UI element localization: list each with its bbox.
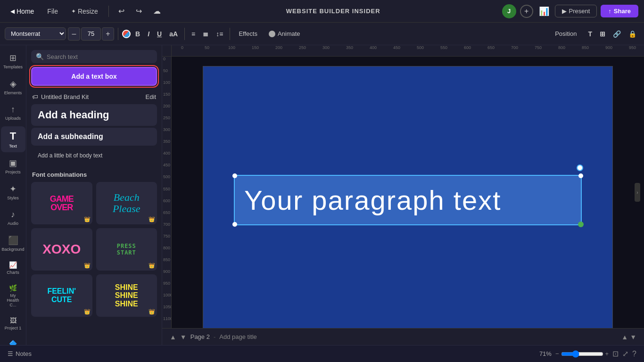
collapse-handle[interactable]: › (635, 183, 640, 202)
ruler-mark: 250 (299, 45, 322, 56)
brand-kit-header: 🏷 Untitled Brand Kit Edit (26, 90, 162, 103)
add-page-title[interactable]: Add page title (219, 333, 257, 340)
text-box-selected[interactable]: Your paragraph text (234, 175, 582, 225)
link-icon-button[interactable]: 🔗 (610, 28, 624, 40)
page-separator: - (214, 333, 215, 340)
sidebar-label-templates: Templates (3, 65, 23, 69)
help-button[interactable]: ? (632, 350, 636, 358)
sidebar-label-audio: Audio (8, 221, 18, 226)
resize-button[interactable]: ✦ Resize (66, 6, 103, 17)
font-combo-game-over[interactable]: GAMEOVER 👑 (31, 182, 92, 224)
fit-page-button[interactable]: ⊡ (612, 349, 619, 358)
zoom-slider-wrap: − + (555, 350, 609, 358)
italic-button[interactable]: I (145, 28, 152, 40)
effects-button[interactable]: Effects (234, 28, 262, 39)
add-subheading-option[interactable]: Add a subheading (31, 128, 157, 146)
sidebar-item-uploads[interactable]: ↑ Uploads (1, 101, 25, 124)
underline-button[interactable]: U (154, 28, 165, 40)
font-size-input[interactable] (81, 27, 101, 41)
handle-top-left[interactable] (232, 173, 237, 178)
main-area: ⊞ Templates ◈ Elements ↑ Uploads T Text … (0, 45, 644, 345)
font-combo-feelin-cute[interactable]: FEELIN'CUTE 👑 (31, 274, 92, 317)
sidebar-item-myhealth[interactable]: 🌿 My Health C... (1, 280, 25, 311)
text-style-icon-button[interactable]: T (585, 28, 595, 40)
beach-please-text: BeachPlease (113, 192, 140, 214)
collapse-icon: › (636, 190, 638, 195)
bold-button[interactable]: B (132, 28, 143, 40)
sidebar-item-logos[interactable]: 🔷 Logos (1, 336, 25, 345)
home-button[interactable]: ◀ Home (6, 6, 39, 17)
rotate-handle[interactable] (577, 165, 583, 171)
body-text: Add a little bit of body text (38, 152, 150, 159)
sidebar-item-styles[interactable]: ✦ Styles (1, 180, 25, 204)
nav-separator-1 (108, 6, 109, 17)
ruler-mark: 150 (252, 45, 275, 56)
paragraph-text-content[interactable]: Your paragraph text (244, 184, 571, 216)
list-button[interactable]: ≣ (200, 28, 211, 40)
sidebar-item-background[interactable]: ⬛ Background (1, 231, 25, 255)
sidebar-item-elements[interactable]: ◈ Elements (1, 75, 25, 99)
page-collapse-up-button[interactable]: ▲ (621, 333, 628, 341)
redo-button[interactable]: ↪ (132, 5, 146, 17)
elements-icon: ◈ (10, 79, 17, 89)
page-indicator-down-button[interactable]: ▼ (180, 333, 187, 341)
search-input[interactable] (47, 53, 152, 60)
sidebar-item-text[interactable]: T Text (1, 126, 25, 152)
undo-button[interactable]: ↩ (115, 5, 128, 17)
press-start-text: PRESSSTART (117, 243, 136, 256)
animate-button[interactable]: Animate (264, 28, 305, 39)
sidebar-label-myhealth: My Health C... (4, 293, 23, 307)
ruler-mark: 900 (605, 45, 629, 56)
file-button[interactable]: File (42, 6, 63, 17)
grid-icon-button[interactable]: ⊞ (597, 28, 608, 40)
zoom-slider[interactable] (561, 350, 603, 358)
toolbar-separator-3 (230, 28, 230, 40)
align-left-button[interactable]: ≡ (189, 28, 198, 40)
font-combo-shine[interactable]: SHINESHINESHINE 👑 (96, 274, 157, 317)
lock-icon-button[interactable]: 🔒 (626, 28, 639, 40)
ruler-mark: 50 (205, 45, 228, 56)
handle-bottom-right[interactable] (578, 222, 584, 227)
sidebar-item-project1[interactable]: 🖼 Project 1 (1, 313, 25, 334)
decrease-font-size-button[interactable]: – (68, 27, 80, 41)
case-button[interactable]: aA (166, 28, 181, 40)
save-cloud-button[interactable]: ☁ (149, 5, 165, 17)
crown-icon-6: 👑 (149, 309, 155, 315)
font-combo-xoxo[interactable]: XOXO 👑 (31, 228, 92, 271)
add-body-text-option[interactable]: Add a little bit of body text (31, 148, 157, 164)
add-heading-option[interactable]: Add a heading (31, 104, 157, 126)
present-button[interactable]: ▶ Present (555, 5, 597, 17)
zoom-out-button[interactable]: − (555, 350, 559, 357)
font-combo-press-start[interactable]: PRESSSTART 👑 (96, 228, 157, 271)
share-button[interactable]: ↑ Share (601, 5, 638, 17)
page-indicator-up-button[interactable]: ▲ (170, 333, 176, 341)
sidebar-item-charts[interactable]: 📈 Charts (1, 257, 25, 279)
search-box[interactable]: 🔍 (31, 50, 157, 63)
sidebar-item-audio[interactable]: ♪ Audio (1, 206, 25, 230)
notes-button[interactable]: ☰ Notes (8, 350, 32, 357)
top-navigation: ◀ Home File ✦ Resize ↩ ↪ ☁ WEBSITE BUILD… (0, 0, 644, 23)
sidebar-item-projects[interactable]: ▣ Projects (1, 154, 25, 178)
handle-bottom-left[interactable] (232, 222, 237, 227)
add-collaborator-button[interactable]: + (520, 5, 533, 18)
font-combo-beach-please[interactable]: BeachPlease 👑 (96, 182, 157, 224)
avatar[interactable]: J (502, 4, 516, 18)
ruler-mark: 450 (393, 45, 417, 56)
page-expand-down-button[interactable]: ▼ (630, 333, 636, 341)
sidebar-label-uploads: Uploads (5, 116, 21, 121)
add-text-box-button[interactable]: Add a text box (31, 67, 157, 86)
font-family-select[interactable]: Montserrat (5, 27, 66, 40)
position-button[interactable]: Position (550, 28, 581, 39)
ruler-mark: 550 (440, 45, 464, 56)
increase-font-size-button[interactable]: + (102, 27, 114, 41)
fullscreen-button[interactable]: ⤢ (622, 349, 628, 358)
line-height-button[interactable]: ↕≡ (213, 28, 226, 40)
font-size-control: – + (68, 27, 114, 41)
sidebar-item-templates[interactable]: ⊞ Templates (1, 49, 25, 73)
zoom-display: 71% (539, 350, 552, 357)
handle-top-right[interactable] (578, 173, 583, 178)
text-color-button[interactable] (122, 30, 131, 38)
stats-icon-button[interactable]: 📊 (537, 4, 551, 18)
edit-brand-kit-link[interactable]: Edit (146, 93, 156, 100)
zoom-in-button[interactable]: + (605, 350, 609, 357)
